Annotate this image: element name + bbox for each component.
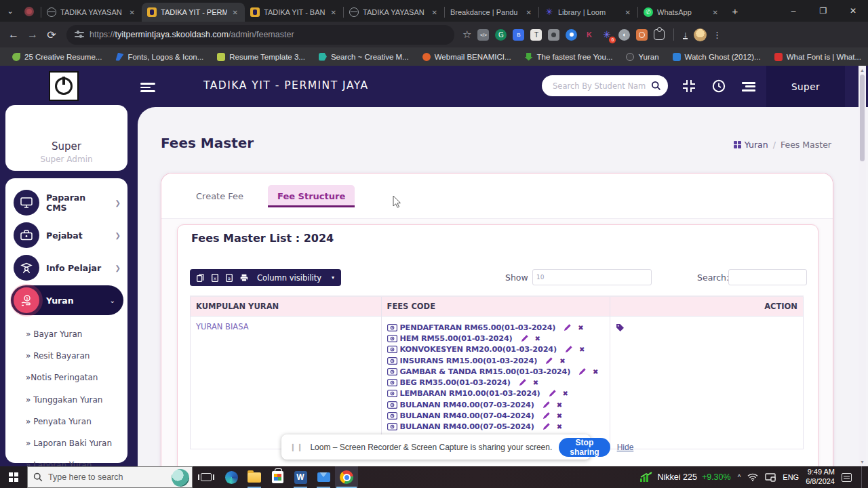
tab-close-icon[interactable]: ✕ [711, 9, 719, 16]
gray-extension-icon[interactable] [618, 29, 630, 41]
browser-tab[interactable]: TADIKA YIT - BAND ✕ [245, 3, 343, 22]
browser-tab[interactable]: TADIKA YAYASAN IS ✕ [344, 3, 444, 22]
loom-extension-icon[interactable]: ✳6 [601, 29, 612, 41]
close-button[interactable]: ✕ [838, 0, 868, 22]
view-icon[interactable] [387, 357, 397, 365]
tab-fee-structure[interactable]: Fee Structure [268, 185, 355, 207]
student-search-input[interactable] [553, 81, 651, 91]
new-tab-button[interactable]: + [726, 2, 744, 20]
pdf-export-button[interactable]: a [226, 274, 233, 282]
tab-close-icon[interactable]: ✕ [624, 9, 632, 16]
clock-icon[interactable] [712, 79, 726, 93]
edit-icon[interactable] [519, 379, 526, 386]
view-icon[interactable] [387, 423, 397, 430]
language-indicator[interactable]: ENG [783, 473, 799, 481]
view-icon[interactable] [387, 335, 397, 342]
delete-icon[interactable]: ✖ [557, 412, 562, 420]
tab-search-chevron-icon[interactable]: ⌄ [1, 2, 19, 20]
bookmark-item[interactable]: Webmail BENAMICI... [417, 52, 517, 62]
k-extension-icon[interactable] [583, 29, 595, 41]
edit-icon[interactable] [578, 368, 586, 375]
view-icon[interactable] [387, 368, 397, 375]
browser-tab[interactable]: TADIKA YAYASAN IS ✕ [41, 3, 142, 22]
t-extension-icon[interactable] [530, 29, 542, 41]
minimize-button[interactable]: – [778, 0, 808, 22]
list-menu-icon[interactable] [742, 80, 755, 93]
start-button[interactable] [0, 466, 27, 488]
column-header-action[interactable]: ACTION [610, 296, 804, 317]
mail-taskbar-icon[interactable] [312, 466, 335, 488]
view-icon[interactable] [387, 324, 397, 331]
edit-icon[interactable] [542, 401, 550, 409]
submenu-item[interactable]: » Resit Bayaran [26, 345, 122, 367]
tab-close-icon[interactable]: ✕ [231, 9, 239, 16]
bookmark-item[interactable]: Yuran [620, 52, 664, 62]
code-extension-icon[interactable] [477, 29, 489, 41]
reload-icon[interactable]: ⟳ [42, 28, 61, 41]
sidebar-item-info-pelajar[interactable]: Info Pelajar ❯ [5, 251, 127, 284]
tab-close-icon[interactable]: ✕ [525, 9, 533, 16]
hide-link[interactable]: Hide [617, 443, 634, 452]
page-scrollbar[interactable]: ▲ ▼ [859, 66, 866, 466]
edit-icon[interactable] [564, 324, 571, 331]
bookmark-item[interactable]: Resume Template 3... [212, 52, 311, 62]
table-search-input[interactable] [728, 269, 807, 285]
show-desktop-strip[interactable] [861, 466, 864, 488]
edit-icon[interactable] [542, 412, 550, 420]
user-menu[interactable]: Super [766, 66, 845, 107]
submenu-item[interactable]: » Bayar Yuran [26, 323, 122, 345]
column-header-feescode[interactable]: FEES CODE [381, 296, 610, 317]
grammarly-extension-icon[interactable] [495, 29, 507, 41]
breadcrumb-section[interactable]: Yuran [734, 140, 768, 150]
bookmark-item[interactable]: Watch Ghost (2012)... [667, 52, 766, 62]
bookmark-star-icon[interactable]: ☆ [462, 28, 471, 41]
chrome-taskbar-icon[interactable] [335, 466, 358, 488]
delete-icon[interactable]: ✖ [579, 346, 585, 353]
orange-extension-icon[interactable] [636, 29, 648, 41]
scroll-down-icon[interactable]: ▼ [859, 460, 866, 464]
column-header-kumpulan[interactable]: KUMPULAN YURAN [191, 296, 382, 317]
edit-icon[interactable] [521, 335, 528, 342]
eye-extension-icon[interactable] [566, 29, 577, 41]
blue-extension-icon[interactable] [513, 29, 524, 41]
copy-button[interactable] [197, 274, 204, 282]
browser-menu-icon[interactable]: ⋮ [713, 30, 722, 40]
submenu-item[interactable]: » Penyata Yuran [26, 411, 122, 432]
camera-extension-icon[interactable] [548, 29, 559, 41]
browser-tab[interactable]: ✳ Library | Loom ✕ [539, 3, 637, 22]
taskbar-clock[interactable]: 9:49 AM 6/8/2024 [806, 468, 835, 487]
wifi-icon[interactable] [747, 473, 758, 481]
tab-create-fee[interactable]: Create Fee [186, 185, 253, 207]
bookmark-item[interactable]: Fonts, Logos & Icon... [110, 52, 209, 62]
student-search[interactable] [542, 75, 668, 96]
url-text[interactable]: https://tyitpermintjaya.skooldash.com/ad… [90, 30, 294, 39]
bookmark-item[interactable]: 25 Creative Resume... [7, 52, 107, 62]
downloads-icon[interactable]: ↓ [683, 30, 688, 39]
word-taskbar-icon[interactable] [289, 466, 312, 488]
delete-icon[interactable]: ✖ [557, 423, 562, 430]
hamburger-menu-icon[interactable] [140, 81, 155, 94]
delete-icon[interactable]: ✖ [557, 401, 562, 409]
notification-center-icon[interactable] [842, 473, 852, 482]
file-explorer-taskbar-icon[interactable] [243, 466, 266, 488]
stop-sharing-button[interactable]: Stop sharing [559, 438, 610, 457]
view-icon[interactable] [387, 412, 397, 420]
sidebar-item-paparan-cms[interactable]: Paparan CMS ❯ [5, 186, 127, 219]
edit-icon[interactable] [542, 423, 550, 430]
bookmark-item[interactable]: Search ~ Creative M... [313, 52, 414, 62]
sidebar-item-pejabat[interactable]: Pejabat ❯ [5, 219, 127, 251]
sidebar-item-yuran[interactable]: $ Yuran ⌄ [11, 285, 123, 315]
print-button[interactable] [240, 274, 248, 282]
site-info-icon[interactable] [75, 30, 84, 39]
maximize-button[interactable]: ❐ [808, 0, 838, 22]
browser-tab-active[interactable]: TADIKA YIT - PERMI ✕ [142, 3, 245, 22]
submenu-item[interactable]: » Laporan Baki Yuran [26, 432, 122, 454]
view-icon[interactable] [387, 401, 397, 409]
profile-avatar[interactable] [694, 28, 707, 41]
view-icon[interactable] [387, 390, 397, 397]
edit-icon[interactable] [545, 357, 553, 365]
cast-display-icon[interactable] [765, 473, 776, 482]
edit-icon[interactable] [565, 346, 572, 353]
back-icon[interactable]: ← [4, 28, 23, 41]
address-bar[interactable]: https://tyitpermintjaya.skooldash.com/ad… [66, 25, 454, 45]
